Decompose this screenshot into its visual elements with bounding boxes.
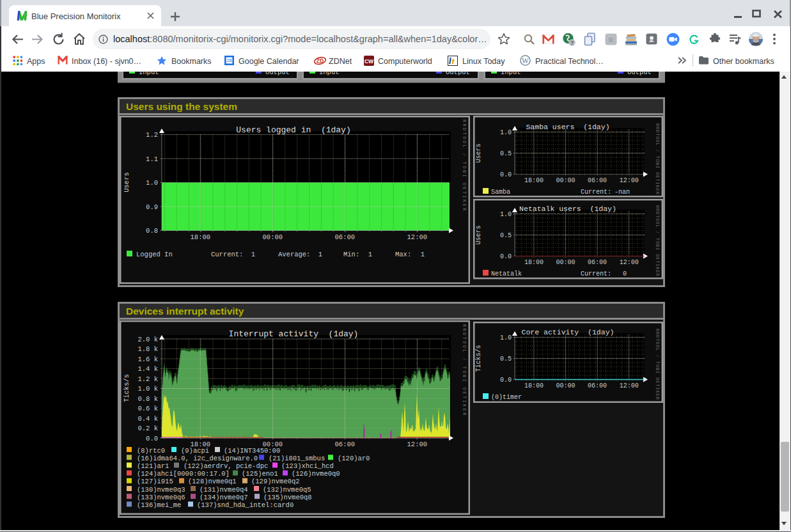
svg-text:12:00: 12:00: [407, 233, 428, 241]
svg-text:B: B: [655, 368, 660, 370]
svg-text:I: I: [655, 264, 660, 267]
svg-text:Netatalk: Netatalk: [491, 270, 522, 278]
svg-text:Current:: Current:: [581, 189, 611, 196]
svg-text:(125)eno1: (125)eno1: [242, 470, 278, 478]
svg-text:0.8 k: 0.8 k: [137, 395, 158, 403]
svg-text:12:00: 12:00: [620, 177, 639, 184]
svg-text:I: I: [462, 196, 467, 198]
svg-text:Input: Input: [139, 72, 159, 76]
svg-text:18:00: 18:00: [524, 177, 544, 184]
svg-text:O: O: [655, 377, 660, 380]
svg-text:(124)ahci[0000:00:17.0]: (124)ahci[0000:00:17.0]: [137, 470, 230, 478]
svg-text:T: T: [655, 238, 660, 240]
svg-text:(123)xhci_hcd: (123)xhci_hcd: [281, 462, 334, 470]
svg-text:(16)idma64.0, i2c_designware.0: (16)idma64.0, i2c_designware.0: [137, 455, 258, 462]
svg-text:(136)mei_me: (136)mei_me: [137, 501, 181, 509]
svg-text:18:00: 18:00: [524, 259, 544, 266]
svg-text:CW: CW: [364, 58, 374, 65]
svg-text:Devices interrupt activity: Devices interrupt activity: [126, 306, 244, 317]
svg-text:E: E: [655, 189, 660, 191]
svg-text:0.9: 0.9: [146, 203, 158, 211]
svg-text:I: I: [655, 166, 660, 168]
svg-text:T: T: [655, 156, 660, 159]
svg-text:1.0: 1.0: [500, 334, 512, 341]
svg-text:/: /: [462, 358, 467, 361]
svg-text:T: T: [655, 361, 660, 364]
svg-text:0.6 k: 0.6 k: [137, 405, 158, 412]
svg-text:O: O: [655, 341, 660, 344]
svg-text:D: D: [462, 128, 467, 130]
svg-text:O: O: [655, 221, 660, 224]
svg-text:D: D: [655, 212, 660, 214]
svg-text:00:00: 00:00: [263, 233, 283, 241]
svg-text:12:00: 12:00: [407, 441, 428, 448]
svg-text:06:00: 06:00: [588, 259, 607, 266]
svg-text:Ticks/s: Ticks/s: [123, 374, 130, 402]
svg-text:R: R: [609, 36, 615, 43]
svg-text:E: E: [655, 380, 660, 383]
svg-text:O: O: [655, 254, 660, 256]
svg-text:E: E: [655, 175, 660, 178]
svg-text:(0)timer: (0)timer: [491, 394, 522, 401]
svg-text:O: O: [655, 345, 660, 347]
svg-text:1.0 k: 1.0 k: [137, 385, 158, 393]
svg-text:12:00: 12:00: [620, 259, 639, 266]
svg-text:O: O: [655, 159, 660, 162]
svg-text:(21)i801_smbus: (21)i801_smbus: [269, 455, 325, 462]
svg-text:(120)ar0: (120)ar0: [338, 455, 370, 462]
svg-text:0.5: 0.5: [500, 232, 512, 239]
svg-text:0.0: 0.0: [500, 171, 512, 178]
svg-text:/: /: [655, 150, 660, 152]
svg-text:O: O: [655, 139, 660, 142]
svg-text:0.0: 0.0: [500, 377, 512, 384]
svg-text:1.2 k: 1.2 k: [137, 375, 158, 383]
svg-text:T: T: [655, 260, 660, 263]
svg-text:Output: Output: [446, 72, 470, 76]
svg-text:I: I: [462, 400, 467, 403]
svg-text:0.5: 0.5: [500, 356, 512, 363]
svg-text:?: ?: [570, 40, 574, 46]
svg-text:Input: Input: [319, 72, 340, 76]
svg-text:Input: Input: [501, 72, 521, 76]
svg-text:I: I: [655, 387, 660, 390]
svg-text:T: T: [655, 178, 660, 181]
svg-text:E: E: [462, 204, 467, 207]
svg-text:(122)aerdrv, pcie-dpc: (122)aerdrv, pcie-dpc: [184, 462, 268, 470]
svg-text:0.4 k: 0.4 k: [137, 415, 158, 423]
svg-text:T: T: [462, 132, 467, 135]
svg-text:1.4 k: 1.4 k: [137, 365, 158, 373]
svg-text:(126)nvme0q0: (126)nvme0q0: [292, 470, 340, 478]
svg-text:2.0 k: 2.0 k: [137, 336, 158, 343]
svg-text:(121)ar1: (121)ar1: [137, 462, 169, 470]
svg-text:B: B: [655, 162, 660, 165]
svg-text:1: 1: [318, 251, 322, 258]
svg-text:D: D: [462, 332, 467, 335]
svg-text:0.0: 0.0: [146, 435, 158, 442]
svg-text:(132)nvme0q5: (132)nvme0q5: [263, 486, 311, 494]
svg-text:I: I: [655, 182, 660, 185]
svg-text:00:00: 00:00: [556, 259, 575, 266]
svg-text:E: E: [655, 394, 660, 396]
svg-text:1: 1: [251, 251, 255, 258]
svg-text:(130)nvme0q3: (130)nvme0q3: [137, 486, 185, 494]
svg-text:O: O: [655, 136, 660, 139]
svg-text:Min:: Min:: [343, 251, 359, 258]
svg-text:28: 28: [226, 58, 231, 63]
svg-text:L: L: [462, 349, 467, 352]
svg-text:06:00: 06:00: [335, 233, 356, 241]
svg-text:06:00: 06:00: [335, 441, 356, 448]
svg-text:(134)nvme0q7: (134)nvme0q7: [200, 494, 248, 501]
svg-text:T: T: [462, 396, 467, 398]
svg-text:L: L: [655, 348, 660, 350]
svg-text:O: O: [462, 136, 467, 139]
svg-text:L: L: [462, 145, 467, 147]
svg-text:O: O: [462, 341, 467, 343]
svg-text:Output: Output: [265, 72, 290, 76]
svg-text:1.0: 1.0: [500, 129, 512, 136]
svg-text:W: W: [522, 57, 529, 65]
svg-text:O: O: [655, 218, 660, 221]
svg-text:Core activity (1day): Core activity (1day): [522, 328, 615, 336]
svg-text:I: I: [462, 379, 467, 382]
svg-text:Users: Users: [475, 225, 482, 244]
svg-text:Netatalk users (1day): Netatalk users (1day): [519, 205, 616, 213]
